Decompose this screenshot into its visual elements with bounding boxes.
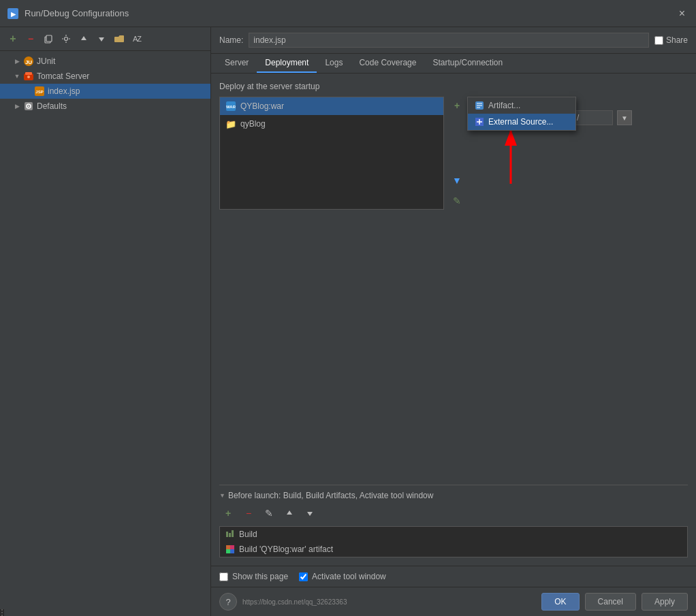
name-input[interactable] (249, 33, 649, 48)
folder-button[interactable] (112, 31, 127, 46)
app-context-input[interactable] (572, 110, 613, 125)
junit-icon: JU (23, 56, 34, 67)
svg-rect-21 (232, 530, 234, 537)
dropdown-artifact-label: Artifact... (488, 101, 520, 110)
activate-tool-checkbox[interactable] (299, 572, 308, 581)
settings-config-button[interactable] (59, 31, 74, 46)
tab-server[interactable]: Server (217, 54, 257, 73)
svg-text:▶: ▶ (11, 11, 16, 18)
launch-item-build[interactable]: Build (220, 527, 687, 542)
sidebar-item-defaults-label: Defaults (37, 101, 67, 111)
before-launch-section: ▼ Before launch: Build, Build Artifacts,… (219, 485, 688, 557)
add-config-button[interactable]: + (5, 31, 20, 46)
svg-rect-24 (226, 549, 230, 553)
edit-deploy-button[interactable]: ✎ (448, 192, 466, 210)
resize-handle[interactable] (0, 609, 4, 616)
right-panel: Name: Share Server Deployment Logs Code … (211, 27, 696, 616)
share-checkbox[interactable] (654, 36, 663, 45)
artifact-icon (225, 545, 235, 554)
move-up-button[interactable] (76, 31, 91, 46)
expand-arrow-junit: ▶ (14, 58, 20, 65)
copy-config-button[interactable] (41, 31, 56, 46)
launch-down-button[interactable] (301, 504, 319, 522)
app-context-dropdown-button[interactable]: ▼ (617, 110, 632, 125)
sidebar-item-junit-label: JUnit (37, 56, 55, 66)
tab-startup[interactable]: Startup/Connection (424, 54, 511, 73)
folder-icon (114, 35, 124, 43)
deploy-item-folder[interactable]: 📁 qyBlog (220, 115, 443, 133)
move-down-button[interactable] (94, 31, 109, 46)
sidebar-item-tomcat[interactable]: ▼ Tomcat Server (0, 69, 210, 84)
dropdown-artifact[interactable]: Artifact... (468, 97, 575, 114)
svg-text:WAR: WAR (226, 105, 236, 109)
sidebar-item-indexjsp[interactable]: ▶ JSP index.jsp (0, 84, 210, 99)
artifact-small-icon (475, 101, 484, 110)
app-icon: ▶ (7, 7, 19, 20)
svg-text:JSP: JSP (35, 90, 43, 94)
sidebar-item-junit[interactable]: ▶ JU JUnit (0, 54, 210, 69)
sidebar-item-defaults[interactable]: ▶ Defaults (0, 99, 210, 114)
launch-item-artifact-label: Build 'QYBlog:war' artifact (239, 545, 333, 554)
deploy-item-war-label: QYBlog:war (240, 101, 284, 111)
remove-launch-button[interactable]: − (240, 504, 257, 522)
help-button[interactable]: ? (219, 593, 237, 611)
sidebar-tree: ▶ JU JUnit ▼ Tomcat Server (0, 51, 210, 609)
add-deploy-container: + Artifact... (448, 97, 466, 114)
tomcat-icon (23, 71, 34, 82)
svg-point-9 (27, 76, 30, 78)
apply-button[interactable]: Apply (642, 593, 688, 611)
svg-rect-3 (46, 35, 52, 42)
share-checkbox-row: Share (654, 35, 688, 45)
before-launch-header: ▼ Before launch: Build, Build Artifacts,… (219, 491, 688, 500)
launch-up-button[interactable] (281, 504, 298, 522)
edit-launch-button[interactable]: ✎ (260, 504, 278, 522)
before-launch-toolbar: + − ✎ (219, 504, 688, 522)
deploy-item-war[interactable]: WAR QYBlog:war (220, 97, 443, 115)
sort-button[interactable]: AZ (129, 31, 144, 46)
name-bar: Name: Share (211, 27, 696, 54)
add-launch-button[interactable]: + (219, 504, 237, 522)
svg-rect-22 (226, 545, 230, 549)
svg-rect-19 (226, 532, 228, 537)
deploy-item-folder-label: qyBlog (240, 119, 266, 129)
move-deploy-down-button[interactable]: ▼ (448, 172, 466, 189)
content-area: Deploy at the server startup WAR QYBlog:… (211, 74, 696, 566)
down-icon (306, 509, 314, 517)
dropdown-external-label: External Source... (488, 117, 553, 127)
up-arrow-icon (80, 35, 88, 43)
sidebar-item-tomcat-label: Tomcat Server (37, 71, 89, 81)
sidebar: + − (0, 27, 211, 616)
svg-rect-23 (230, 545, 234, 549)
ok-button[interactable]: OK (541, 593, 579, 611)
sidebar-item-indexjsp-label: index.jsp (48, 86, 80, 96)
close-button[interactable]: × (675, 6, 689, 21)
build-icon (225, 530, 235, 539)
before-launch-label: Before launch: Build, Build Artifacts, A… (228, 491, 434, 500)
before-launch-collapse[interactable]: ▼ (219, 492, 225, 499)
launch-list: Build Build 'QYBlog:war' artifact (219, 526, 688, 557)
svg-point-14 (28, 106, 29, 107)
tab-deployment[interactable]: Deployment (257, 54, 317, 73)
share-label: Share (666, 35, 688, 45)
expand-arrow-defaults: ▶ (14, 103, 20, 110)
name-label: Name: (219, 35, 243, 45)
show-page-checkbox[interactable] (219, 572, 228, 581)
url-bar: https://blog.csdn.net/qq_32623363 (242, 598, 347, 606)
dropdown-external[interactable]: External Source... (468, 114, 575, 130)
up-icon (285, 509, 294, 517)
activate-tool-row: Activate tool window (299, 572, 386, 581)
show-page-row: Show this page (219, 572, 288, 581)
war-icon: WAR (225, 101, 236, 112)
launch-item-artifact[interactable]: Build 'QYBlog:war' artifact (220, 542, 687, 557)
remove-config-button[interactable]: − (23, 31, 38, 46)
folder-small-icon: 📁 (225, 118, 236, 129)
show-page-label: Show this page (232, 572, 288, 581)
cancel-button[interactable]: Cancel (585, 593, 636, 611)
launch-item-build-label: Build (239, 530, 257, 539)
add-deploy-dropdown: Artifact... External Source... (467, 97, 576, 131)
tabs-bar: Server Deployment Logs Code Coverage Sta… (211, 54, 696, 74)
svg-rect-8 (25, 72, 32, 75)
tab-logs[interactable]: Logs (317, 54, 351, 73)
add-deploy-button[interactable]: + (448, 97, 466, 114)
tab-coverage[interactable]: Code Coverage (351, 54, 424, 73)
